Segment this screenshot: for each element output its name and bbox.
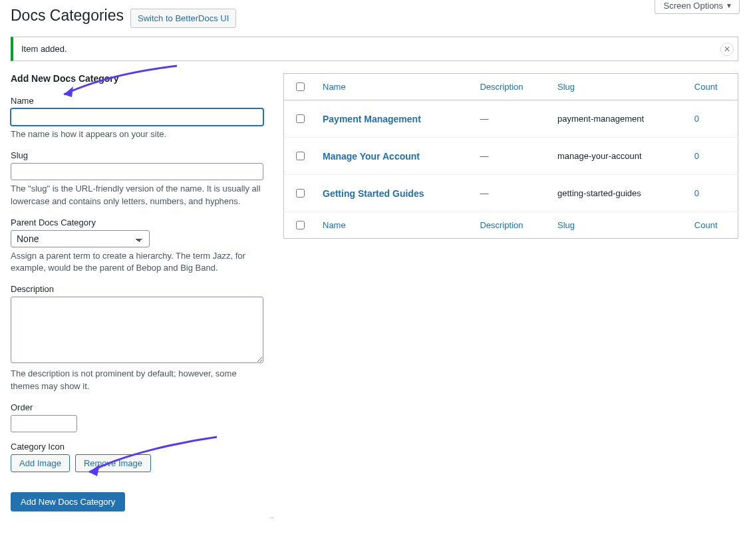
description-help: The description is not prominent by defa… — [11, 368, 263, 393]
remove-image-button[interactable]: Remove Image — [75, 454, 151, 472]
slug-input[interactable] — [11, 163, 263, 180]
notice-text: Item added. — [21, 44, 67, 54]
sort-description-header[interactable]: Description — [480, 82, 523, 92]
description-textarea[interactable] — [11, 297, 263, 363]
name-label: Name — [11, 96, 263, 106]
row-checkbox[interactable] — [296, 152, 305, 160]
row-slug: getting-started-guides — [557, 188, 641, 198]
page-title: Docs Categories — [11, 7, 124, 25]
description-label: Description — [11, 284, 263, 294]
close-icon: ✕ — [724, 45, 730, 54]
parent-select[interactable]: None — [11, 230, 150, 247]
order-label: Order — [11, 402, 263, 412]
sort-description-footer[interactable]: Description — [480, 220, 523, 230]
row-slug: manage-your-account — [557, 151, 641, 161]
row-description: — — [480, 151, 488, 161]
sort-name-footer[interactable]: Name — [323, 220, 346, 230]
row-name-link[interactable]: Payment Management — [323, 114, 421, 124]
select-all-top-checkbox[interactable] — [296, 82, 305, 91]
row-count-link[interactable]: 0 — [694, 188, 699, 198]
name-help: The name is how it appears on your site. — [11, 128, 263, 141]
parent-label: Parent Docs Category — [11, 217, 263, 227]
sort-count-footer[interactable]: Count — [694, 220, 718, 230]
row-count-link[interactable]: 0 — [694, 151, 699, 161]
slug-label: Slug — [11, 150, 263, 160]
sort-count-header[interactable]: Count — [694, 82, 718, 92]
row-description: — — [480, 188, 488, 198]
sort-slug-footer[interactable]: Slug — [557, 220, 575, 230]
row-checkbox[interactable] — [296, 189, 305, 198]
sort-name-header[interactable]: Name — [323, 82, 346, 92]
annotation-arrow-submit — [137, 515, 277, 518]
row-count-link[interactable]: 0 — [694, 114, 699, 124]
row-description: — — [480, 114, 488, 124]
row-name-link[interactable]: Manage Your Account — [323, 151, 420, 162]
select-all-bottom-checkbox[interactable] — [296, 221, 305, 229]
categories-table: Name Description Slug Count Payment Mana… — [283, 73, 738, 239]
submit-add-category-button[interactable]: Add New Docs Category — [11, 492, 125, 511]
switch-ui-button[interactable]: Switch to BetterDocs UI — [130, 9, 236, 29]
row-slug: payment-management — [557, 114, 644, 124]
slug-help: The "slug" is the URL-friendly version o… — [11, 183, 263, 208]
row-name-link[interactable]: Getting Started Guides — [323, 188, 424, 199]
screen-options-label: Screen Options — [663, 1, 723, 11]
table-row: Payment Management — payment-management … — [284, 100, 738, 138]
dismiss-notice-button[interactable]: ✕ — [720, 43, 734, 56]
order-input[interactable] — [11, 415, 77, 432]
notice-item-added: Item added. ✕ — [11, 37, 738, 61]
row-checkbox[interactable] — [296, 114, 305, 123]
sort-slug-header[interactable]: Slug — [557, 82, 575, 92]
screen-options-toggle[interactable]: Screen Options ▼ — [655, 0, 740, 14]
form-section-title: Add New Docs Category — [11, 73, 263, 84]
table-row: Getting Started Guides — getting-started… — [284, 175, 738, 212]
parent-help: Assign a parent term to create a hierarc… — [11, 250, 263, 275]
table-row: Manage Your Account — manage-your-accoun… — [284, 138, 738, 175]
add-image-button[interactable]: Add Image — [11, 454, 70, 472]
name-input[interactable] — [11, 108, 263, 126]
chevron-down-icon: ▼ — [726, 2, 732, 9]
category-icon-label: Category Icon — [11, 442, 263, 452]
